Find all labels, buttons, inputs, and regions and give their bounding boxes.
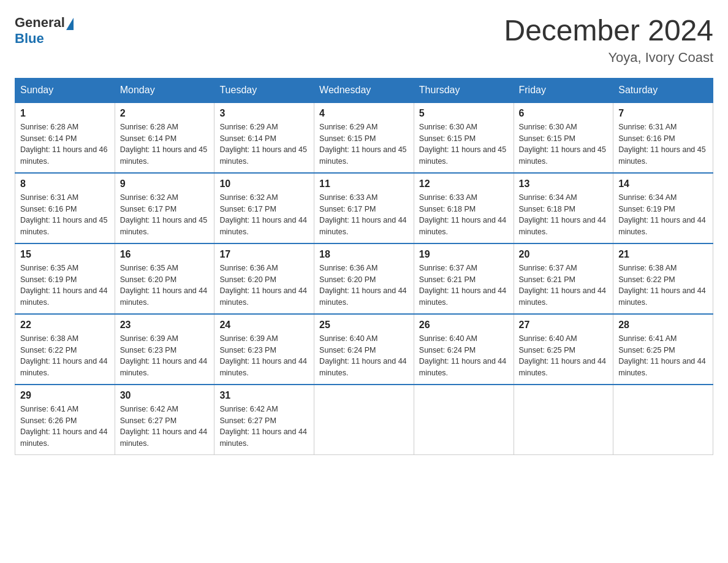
day-number: 6 bbox=[519, 108, 609, 119]
calendar-cell: 30 Sunrise: 6:42 AM Sunset: 6:27 PM Dayl… bbox=[115, 385, 214, 455]
logo[interactable]: General Blue bbox=[15, 15, 74, 47]
day-info: Sunrise: 6:28 AM Sunset: 6:14 PM Dayligh… bbox=[120, 121, 210, 167]
day-info: Sunrise: 6:38 AM Sunset: 6:22 PM Dayligh… bbox=[618, 262, 708, 308]
day-number: 16 bbox=[120, 249, 210, 260]
day-number: 17 bbox=[219, 249, 309, 260]
day-info: Sunrise: 6:40 AM Sunset: 6:25 PM Dayligh… bbox=[519, 333, 609, 379]
weekday-header-thursday: Thursday bbox=[414, 78, 514, 102]
day-info: Sunrise: 6:33 AM Sunset: 6:17 PM Dayligh… bbox=[319, 192, 409, 238]
calendar-cell: 24 Sunrise: 6:39 AM Sunset: 6:23 PM Dayl… bbox=[214, 314, 314, 385]
day-number: 12 bbox=[419, 178, 509, 190]
calendar-cell: 8 Sunrise: 6:31 AM Sunset: 6:16 PM Dayli… bbox=[15, 173, 115, 243]
calendar-cell: 20 Sunrise: 6:37 AM Sunset: 6:21 PM Dayl… bbox=[514, 243, 613, 314]
day-number: 4 bbox=[319, 108, 409, 119]
weekday-header-friday: Friday bbox=[514, 78, 613, 102]
title-section: December 2024 Yoya, Ivory Coast bbox=[504, 15, 713, 66]
calendar-cell: 9 Sunrise: 6:32 AM Sunset: 6:17 PM Dayli… bbox=[115, 173, 214, 243]
weekday-header-sunday: Sunday bbox=[15, 78, 115, 102]
day-info: Sunrise: 6:34 AM Sunset: 6:19 PM Dayligh… bbox=[618, 192, 708, 238]
calendar-cell bbox=[314, 385, 414, 455]
calendar-cell bbox=[613, 385, 713, 455]
day-number: 31 bbox=[219, 390, 309, 401]
day-number: 18 bbox=[319, 249, 409, 260]
day-number: 26 bbox=[419, 320, 509, 331]
day-info: Sunrise: 6:37 AM Sunset: 6:21 PM Dayligh… bbox=[519, 262, 609, 308]
calendar-cell: 26 Sunrise: 6:40 AM Sunset: 6:24 PM Dayl… bbox=[414, 314, 514, 385]
day-number: 21 bbox=[618, 249, 708, 260]
calendar-table: SundayMondayTuesdayWednesdayThursdayFrid… bbox=[15, 78, 713, 455]
logo-general: General bbox=[15, 15, 65, 31]
calendar-week-5: 29 Sunrise: 6:41 AM Sunset: 6:26 PM Dayl… bbox=[15, 385, 713, 455]
day-number: 22 bbox=[20, 320, 110, 331]
day-number: 29 bbox=[20, 390, 110, 401]
day-number: 2 bbox=[120, 108, 210, 119]
calendar-cell: 31 Sunrise: 6:42 AM Sunset: 6:27 PM Dayl… bbox=[214, 385, 314, 455]
day-info: Sunrise: 6:31 AM Sunset: 6:16 PM Dayligh… bbox=[618, 121, 708, 167]
day-info: Sunrise: 6:32 AM Sunset: 6:17 PM Dayligh… bbox=[219, 192, 309, 238]
calendar-cell: 11 Sunrise: 6:33 AM Sunset: 6:17 PM Dayl… bbox=[314, 173, 414, 243]
calendar-cell bbox=[514, 385, 613, 455]
day-number: 13 bbox=[519, 178, 609, 190]
day-info: Sunrise: 6:40 AM Sunset: 6:24 PM Dayligh… bbox=[419, 333, 509, 379]
calendar-cell bbox=[414, 385, 514, 455]
weekday-header-saturday: Saturday bbox=[613, 78, 713, 102]
day-number: 3 bbox=[219, 108, 309, 119]
calendar-week-1: 1 Sunrise: 6:28 AM Sunset: 6:14 PM Dayli… bbox=[15, 102, 713, 173]
calendar-cell: 7 Sunrise: 6:31 AM Sunset: 6:16 PM Dayli… bbox=[613, 102, 713, 173]
day-info: Sunrise: 6:41 AM Sunset: 6:26 PM Dayligh… bbox=[20, 404, 110, 450]
calendar-week-2: 8 Sunrise: 6:31 AM Sunset: 6:16 PM Dayli… bbox=[15, 173, 713, 243]
day-number: 10 bbox=[219, 178, 309, 190]
day-number: 20 bbox=[519, 249, 609, 260]
day-info: Sunrise: 6:41 AM Sunset: 6:25 PM Dayligh… bbox=[618, 333, 708, 379]
page-header: General Blue December 2024 Yoya, Ivory C… bbox=[15, 15, 713, 66]
day-info: Sunrise: 6:39 AM Sunset: 6:23 PM Dayligh… bbox=[120, 333, 210, 379]
day-info: Sunrise: 6:29 AM Sunset: 6:15 PM Dayligh… bbox=[319, 121, 409, 167]
day-info: Sunrise: 6:36 AM Sunset: 6:20 PM Dayligh… bbox=[319, 262, 409, 308]
calendar-cell: 1 Sunrise: 6:28 AM Sunset: 6:14 PM Dayli… bbox=[15, 102, 115, 173]
day-number: 23 bbox=[120, 320, 210, 331]
day-info: Sunrise: 6:30 AM Sunset: 6:15 PM Dayligh… bbox=[519, 121, 609, 167]
logo-blue: Blue bbox=[15, 31, 74, 47]
calendar-cell: 3 Sunrise: 6:29 AM Sunset: 6:14 PM Dayli… bbox=[214, 102, 314, 173]
day-info: Sunrise: 6:38 AM Sunset: 6:22 PM Dayligh… bbox=[20, 333, 110, 379]
weekday-header-wednesday: Wednesday bbox=[314, 78, 414, 102]
day-info: Sunrise: 6:33 AM Sunset: 6:18 PM Dayligh… bbox=[419, 192, 509, 238]
calendar-cell: 15 Sunrise: 6:35 AM Sunset: 6:19 PM Dayl… bbox=[15, 243, 115, 314]
location-title: Yoya, Ivory Coast bbox=[504, 50, 713, 66]
day-info: Sunrise: 6:42 AM Sunset: 6:27 PM Dayligh… bbox=[219, 404, 309, 450]
day-info: Sunrise: 6:37 AM Sunset: 6:21 PM Dayligh… bbox=[419, 262, 509, 308]
day-info: Sunrise: 6:39 AM Sunset: 6:23 PM Dayligh… bbox=[219, 333, 309, 379]
day-info: Sunrise: 6:42 AM Sunset: 6:27 PM Dayligh… bbox=[120, 404, 210, 450]
calendar-cell: 27 Sunrise: 6:40 AM Sunset: 6:25 PM Dayl… bbox=[514, 314, 613, 385]
calendar-cell: 17 Sunrise: 6:36 AM Sunset: 6:20 PM Dayl… bbox=[214, 243, 314, 314]
calendar-week-4: 22 Sunrise: 6:38 AM Sunset: 6:22 PM Dayl… bbox=[15, 314, 713, 385]
day-info: Sunrise: 6:34 AM Sunset: 6:18 PM Dayligh… bbox=[519, 192, 609, 238]
day-info: Sunrise: 6:31 AM Sunset: 6:16 PM Dayligh… bbox=[20, 192, 110, 238]
calendar-cell: 19 Sunrise: 6:37 AM Sunset: 6:21 PM Dayl… bbox=[414, 243, 514, 314]
day-number: 19 bbox=[419, 249, 509, 260]
calendar-cell: 16 Sunrise: 6:35 AM Sunset: 6:20 PM Dayl… bbox=[115, 243, 214, 314]
calendar-cell: 29 Sunrise: 6:41 AM Sunset: 6:26 PM Dayl… bbox=[15, 385, 115, 455]
calendar-cell: 22 Sunrise: 6:38 AM Sunset: 6:22 PM Dayl… bbox=[15, 314, 115, 385]
calendar-cell: 6 Sunrise: 6:30 AM Sunset: 6:15 PM Dayli… bbox=[514, 102, 613, 173]
day-info: Sunrise: 6:32 AM Sunset: 6:17 PM Dayligh… bbox=[120, 192, 210, 238]
day-info: Sunrise: 6:40 AM Sunset: 6:24 PM Dayligh… bbox=[319, 333, 409, 379]
day-info: Sunrise: 6:30 AM Sunset: 6:15 PM Dayligh… bbox=[419, 121, 509, 167]
day-number: 24 bbox=[219, 320, 309, 331]
calendar-cell: 2 Sunrise: 6:28 AM Sunset: 6:14 PM Dayli… bbox=[115, 102, 214, 173]
day-number: 9 bbox=[120, 178, 210, 190]
day-info: Sunrise: 6:28 AM Sunset: 6:14 PM Dayligh… bbox=[20, 121, 110, 167]
calendar-cell: 21 Sunrise: 6:38 AM Sunset: 6:22 PM Dayl… bbox=[613, 243, 713, 314]
day-number: 27 bbox=[519, 320, 609, 331]
calendar-cell: 10 Sunrise: 6:32 AM Sunset: 6:17 PM Dayl… bbox=[214, 173, 314, 243]
calendar-cell: 28 Sunrise: 6:41 AM Sunset: 6:25 PM Dayl… bbox=[613, 314, 713, 385]
calendar-cell: 4 Sunrise: 6:29 AM Sunset: 6:15 PM Dayli… bbox=[314, 102, 414, 173]
day-info: Sunrise: 6:36 AM Sunset: 6:20 PM Dayligh… bbox=[219, 262, 309, 308]
day-number: 25 bbox=[319, 320, 409, 331]
day-info: Sunrise: 6:35 AM Sunset: 6:20 PM Dayligh… bbox=[120, 262, 210, 308]
calendar-cell: 12 Sunrise: 6:33 AM Sunset: 6:18 PM Dayl… bbox=[414, 173, 514, 243]
day-number: 7 bbox=[618, 108, 708, 119]
calendar-cell: 25 Sunrise: 6:40 AM Sunset: 6:24 PM Dayl… bbox=[314, 314, 414, 385]
day-number: 14 bbox=[618, 178, 708, 190]
calendar-cell: 13 Sunrise: 6:34 AM Sunset: 6:18 PM Dayl… bbox=[514, 173, 613, 243]
